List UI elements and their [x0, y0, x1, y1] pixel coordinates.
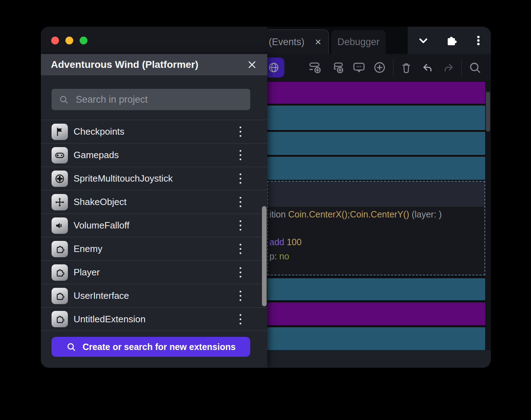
panel-scrollbar-thumb[interactable] — [262, 206, 267, 306]
puzzle-icon — [52, 311, 68, 327]
delete-button[interactable] — [399, 61, 413, 74]
events-sheet: ition Coin.CenterX();Coin.CenterY() (lay… — [267, 81, 485, 350]
puzzle-icon — [52, 288, 68, 304]
events-sheet-footer — [267, 350, 491, 368]
event-row-selected[interactable]: ition Coin.CenterX();Coin.CenterY() (lay… — [267, 181, 485, 275]
cta-label: Create or search for new extensions — [82, 342, 236, 352]
action-text: (layer: ) — [409, 209, 442, 219]
action-expression: Coin.CenterX();Coin.CenterY() — [288, 209, 409, 219]
joystick-icon — [52, 171, 68, 187]
event-row-comment[interactable] — [267, 82, 485, 104]
add-new-button[interactable] — [373, 61, 386, 74]
list-item-label: Player — [74, 267, 239, 278]
search-icon — [59, 95, 69, 104]
undo-icon — [421, 61, 434, 74]
event-action-line[interactable]: ition Coin.CenterX();Coin.CenterY() (lay… — [269, 209, 442, 220]
create-search-extensions-button[interactable]: Create or search for new extensions — [52, 337, 250, 357]
close-window-button[interactable] — [51, 37, 59, 44]
project-search[interactable] — [52, 89, 250, 110]
globe-icon — [268, 61, 280, 74]
gamepad-icon — [52, 147, 68, 163]
extensions-list: Checkpoints Gamepads SpriteMultitouchJoy… — [41, 120, 267, 331]
search-icon — [468, 61, 482, 74]
add-event-icon — [309, 61, 322, 74]
redo-button[interactable] — [442, 61, 455, 74]
toolbar-divider — [393, 59, 393, 76]
chevron-down-icon[interactable] — [417, 34, 430, 47]
list-item-player[interactable]: Player — [41, 260, 267, 284]
project-title: Adventurous Wind (Platformer) — [51, 59, 198, 70]
add-comment-button[interactable] — [352, 61, 366, 74]
event-row[interactable] — [267, 327, 485, 350]
project-manager-header: Adventurous Wind (Platformer) — [41, 54, 267, 75]
puzzle-icon — [52, 264, 68, 281]
event-row-comment[interactable] — [267, 302, 485, 325]
add-subevent-button[interactable] — [332, 61, 345, 74]
redo-icon — [442, 61, 455, 74]
event-row[interactable] — [267, 278, 485, 300]
search-icon — [66, 342, 76, 352]
event-row[interactable] — [267, 157, 485, 180]
item-kebab-menu[interactable] — [239, 220, 242, 231]
list-item-userinterface[interactable]: UserInterface — [41, 284, 267, 307]
list-item-gamepads[interactable]: Gamepads — [41, 143, 267, 167]
events-toolbar — [267, 54, 491, 81]
action-value: 100 — [287, 237, 302, 247]
search-events-button[interactable] — [468, 61, 482, 74]
puzzle-icon — [52, 241, 68, 257]
titlebar-actions — [408, 27, 491, 54]
tab-debugger-label: Debugger — [337, 37, 380, 48]
flag-icon — [52, 124, 68, 140]
action-value: no — [279, 251, 289, 261]
close-panel-icon[interactable] — [247, 59, 257, 70]
tab-events[interactable]: (Events) — [267, 29, 329, 54]
events-scrollbar-thumb[interactable] — [486, 92, 490, 131]
list-item-shakeobject[interactable]: ShakeObject — [41, 190, 267, 214]
extensions-puzzle-icon[interactable] — [444, 33, 458, 48]
item-kebab-menu[interactable] — [239, 291, 242, 301]
tab-events-label: (Events) — [269, 37, 305, 48]
undo-button[interactable] — [421, 61, 434, 74]
tab-debugger[interactable]: Debugger — [331, 30, 386, 54]
item-kebab-menu[interactable] — [239, 150, 242, 160]
list-item-spritemultitouchjoystick[interactable]: SpriteMultitouchJoystick — [41, 167, 267, 190]
list-item-label: UserInterface — [74, 290, 239, 301]
kebab-menu-icon[interactable] — [472, 34, 484, 47]
action-text: p: — [269, 251, 279, 261]
item-kebab-menu[interactable] — [239, 314, 242, 324]
speaker-icon — [52, 217, 68, 234]
add-event-button[interactable] — [309, 61, 322, 74]
list-item-label: ShakeObject — [74, 196, 239, 208]
action-text: ition — [269, 209, 288, 219]
search-input[interactable] — [75, 94, 243, 106]
event-action-line[interactable]: p: no — [269, 251, 289, 262]
item-kebab-menu[interactable] — [239, 197, 242, 207]
item-kebab-menu[interactable] — [239, 173, 242, 184]
list-item-label: VolumeFalloff — [74, 220, 239, 231]
add-subevent-icon — [332, 61, 345, 74]
list-item-checkpoints[interactable]: Checkpoints — [41, 120, 267, 143]
app-window: (Events) Debugger — [41, 27, 491, 368]
list-item-label: Enemy — [74, 243, 239, 254]
list-item-label: SpriteMultitouchJoystick — [74, 173, 239, 184]
item-kebab-menu[interactable] — [239, 267, 242, 278]
event-row[interactable] — [267, 132, 485, 155]
item-kebab-menu[interactable] — [239, 244, 242, 254]
list-item-untitledextension[interactable]: UntitledExtension — [41, 307, 267, 331]
minimize-window-button[interactable] — [65, 37, 73, 44]
event-row[interactable] — [267, 106, 485, 130]
screen: (Events) Debugger — [0, 0, 531, 420]
zoom-window-button[interactable] — [80, 37, 87, 44]
list-item-label: UntitledExtension — [74, 314, 239, 325]
event-action-line[interactable]: add 100 — [269, 237, 301, 247]
trash-icon — [400, 61, 413, 74]
tab-close-icon[interactable] — [314, 38, 322, 46]
action-keyword: add — [269, 237, 284, 247]
item-kebab-menu[interactable] — [239, 126, 242, 137]
list-item-enemy[interactable]: Enemy — [41, 237, 267, 260]
event-condition-area[interactable] — [268, 182, 484, 207]
list-item-label: Checkpoints — [74, 126, 239, 137]
list-item-volumefalloff[interactable]: VolumeFalloff — [41, 214, 267, 237]
toolbar-divider — [461, 59, 462, 76]
tab-strip: (Events) Debugger — [267, 27, 408, 54]
